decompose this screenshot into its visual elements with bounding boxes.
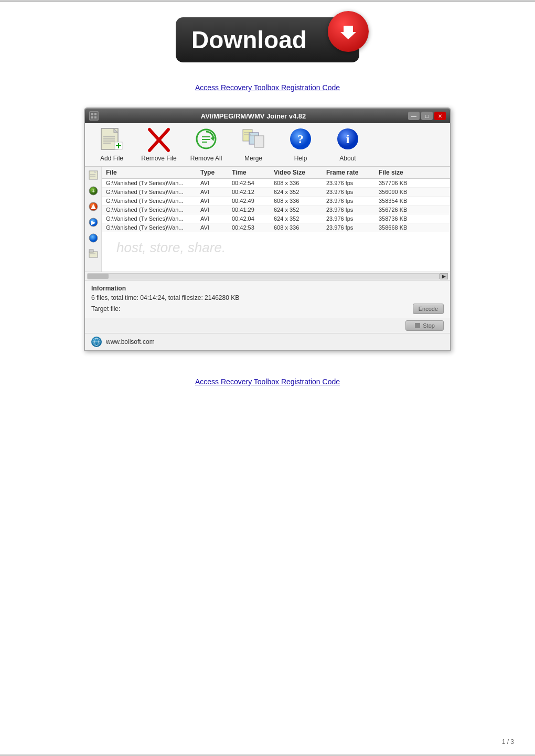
toolbar-help[interactable]: ? Help	[282, 127, 319, 162]
toolbar-merge[interactable]: Merge	[235, 127, 272, 162]
svg-text:+: +	[92, 188, 95, 194]
toolbar-remove-all[interactable]: Remove All	[188, 127, 224, 162]
table-body: G:\Vanished (Tv Series)\Van...AVI00:42:5…	[102, 179, 450, 232]
table-row[interactable]: G:\Vanished (Tv Series)\Van...AVI00:42:5…	[102, 179, 450, 188]
table-header: File Type Time Video Size Frame rate Fil…	[102, 167, 450, 179]
scrollbar-area: ▶	[85, 272, 450, 280]
svg-rect-23	[254, 136, 264, 147]
info-label: Information	[91, 285, 126, 292]
sidebar-icon-4[interactable]: ▶	[87, 216, 100, 229]
table-row[interactable]: G:\Vanished (Tv Series)\Van...AVI00:42:4…	[102, 197, 450, 206]
encode-button[interactable]: Encode	[413, 304, 444, 314]
svg-rect-4	[94, 116, 97, 118]
top-link-area: Access Recovery Toolbox Registration Cod…	[0, 73, 535, 107]
app-icon	[89, 111, 99, 121]
info-section: Information 6 files, total time: 04:14:2…	[85, 280, 450, 318]
table-row[interactable]: G:\Vanished (Tv Series)\Van...AVI00:42:1…	[102, 188, 450, 197]
info-target-row: Target file: Encode	[91, 304, 444, 314]
add-file-label: Add File	[100, 155, 123, 162]
svg-text:?: ?	[297, 132, 304, 146]
remove-all-icon	[194, 127, 219, 153]
merge-icon	[241, 127, 266, 153]
table-row[interactable]: G:\Vanished (Tv Series)\Van...AVI00:42:0…	[102, 214, 450, 223]
toolbar-about[interactable]: i About	[329, 127, 366, 162]
svg-point-41	[89, 234, 98, 242]
about-icon: i	[335, 127, 360, 153]
sidebar-icon-2[interactable]: +	[87, 185, 100, 197]
remove-file-label: Remove File	[141, 155, 176, 162]
col-videosize: Video Size	[272, 168, 324, 177]
app-title: AVI/MPEG/RM/WMV Joiner v4.82	[99, 112, 408, 120]
col-framerate: Frame rate	[324, 168, 377, 177]
website-text: www.boilsoft.com	[106, 338, 155, 345]
download-banner: Download	[0, 2, 535, 73]
toolbar-remove-file[interactable]: Remove File	[141, 127, 177, 162]
col-time: Time	[230, 168, 272, 177]
add-file-icon	[99, 127, 124, 153]
scroll-right-button[interactable]: ▶	[440, 273, 448, 279]
table-row[interactable]: G:\Vanished (Tv Series)\Van...AVI00:41:2…	[102, 206, 450, 214]
stop-icon	[414, 322, 421, 329]
toolbar-add-file[interactable]: Add File	[93, 127, 130, 162]
sidebar-icons: +	[85, 167, 102, 272]
globe-icon	[91, 337, 102, 347]
remove-all-label: Remove All	[190, 155, 222, 162]
target-label: Target file:	[91, 305, 120, 312]
maximize-button[interactable]: □	[421, 112, 433, 120]
svg-rect-31	[89, 171, 98, 179]
help-icon: ?	[288, 127, 313, 153]
toolbar: Add File Remove File	[85, 123, 450, 167]
download-arrow-icon	[328, 11, 369, 52]
svg-rect-1	[91, 113, 93, 115]
stop-button[interactable]: Stop	[405, 320, 444, 331]
sidebar-icon-6[interactable]	[87, 247, 100, 260]
file-table: File Type Time Video Size Frame rate Fil…	[102, 167, 450, 272]
help-label: Help	[294, 155, 307, 162]
minimize-button[interactable]: —	[408, 112, 420, 120]
table-row[interactable]: G:\Vanished (Tv Series)\Van...AVI00:42:5…	[102, 223, 450, 232]
close-button[interactable]: ✕	[434, 112, 446, 120]
bottom-bar: www.boilsoft.com	[85, 333, 450, 350]
col-filesize: File size	[377, 168, 424, 177]
col-type: Type	[198, 168, 230, 177]
merge-label: Merge	[244, 155, 262, 162]
svg-rect-2	[94, 113, 97, 115]
scrollbar-track[interactable]	[87, 273, 440, 279]
about-label: About	[339, 155, 356, 162]
bottom-link[interactable]: Access Recovery Toolbox Registration Cod…	[195, 377, 340, 386]
svg-rect-3	[91, 116, 93, 118]
svg-rect-42	[89, 252, 98, 257]
info-details: 6 files, total time: 04:14:24, total fil…	[91, 294, 239, 301]
remove-file-icon	[146, 127, 172, 153]
svg-rect-43	[89, 250, 93, 252]
svg-rect-45	[415, 323, 420, 328]
svg-text:▶: ▶	[91, 220, 96, 225]
info-details-row: 6 files, total time: 04:14:24, total fil…	[91, 294, 444, 301]
sidebar-icon-5[interactable]	[87, 232, 100, 244]
svg-marker-17	[210, 137, 215, 141]
bottom-link-area: Access Recovery Toolbox Registration Cod…	[0, 362, 535, 396]
window-controls: — □ ✕	[408, 112, 446, 120]
title-bar: AVI/MPEG/RM/WMV Joiner v4.82 — □ ✕	[85, 109, 450, 123]
file-list-container: +	[85, 167, 450, 272]
svg-text:i: i	[346, 132, 350, 146]
info-label-row: Information	[91, 285, 444, 292]
col-file: File	[104, 168, 198, 177]
app-window: AVI/MPEG/RM/WMV Joiner v4.82 — □ ✕	[84, 107, 451, 351]
top-link[interactable]: Access Recovery Toolbox Registration Cod…	[195, 83, 340, 92]
stop-row: Stop	[85, 318, 450, 333]
sidebar-icon-3[interactable]	[87, 200, 100, 213]
sidebar-icon-1[interactable]	[87, 169, 100, 181]
scrollbar-thumb[interactable]	[88, 274, 109, 279]
download-label: Download	[191, 26, 307, 54]
page-indicator: 1 / 3	[502, 738, 514, 746]
